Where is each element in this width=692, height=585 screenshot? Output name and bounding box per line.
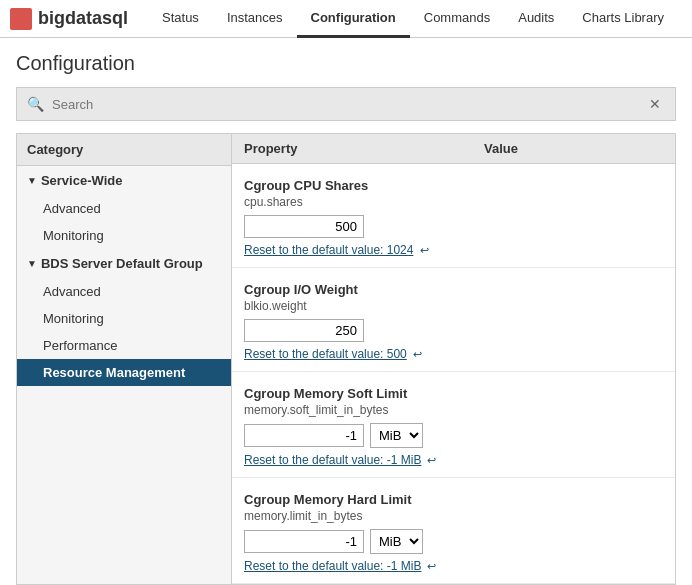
- sidebar-item-advanced-1[interactable]: Advanced: [17, 195, 231, 222]
- unit-select-2[interactable]: MiB: [370, 423, 423, 448]
- logo-icon: [10, 8, 32, 30]
- content-area: Property Value Cgroup CPU Sharescpu.shar…: [232, 134, 675, 584]
- property-rows: Cgroup CPU Sharescpu.sharesReset to the …: [232, 164, 675, 584]
- nav-items: StatusInstancesConfigurationCommandsAudi…: [148, 0, 678, 37]
- reset-link-3: Reset to the default value: -1 MiB ↩: [244, 558, 663, 573]
- sidebar-item-performance[interactable]: Performance: [17, 332, 231, 359]
- content-header: Property Value: [232, 134, 675, 164]
- reset-icon-0: ↩: [416, 244, 428, 256]
- value-input-3[interactable]: [244, 530, 364, 553]
- sidebar-item-resource-management[interactable]: Resource Management: [17, 359, 231, 386]
- page-title: Configuration: [16, 52, 676, 75]
- property-row-1: Cgroup I/O Weightblkio.weightReset to th…: [232, 268, 675, 372]
- reset-icon-2: ↩: [424, 454, 436, 466]
- reset-link-0: Reset to the default value: 1024 ↩: [244, 242, 663, 257]
- reset-anchor-2[interactable]: Reset to the default value: -1 MiB: [244, 453, 421, 467]
- logo-text: bigdatasql: [38, 8, 128, 29]
- sidebar: Category ▼ Service-Wide Advanced Monitor…: [17, 134, 232, 584]
- search-clear-button[interactable]: ✕: [645, 94, 665, 114]
- group-label: Service-Wide: [41, 173, 123, 188]
- property-name-2: Cgroup Memory Soft Limit: [244, 386, 663, 401]
- col-property-header: Property: [244, 141, 484, 156]
- reset-anchor-0[interactable]: Reset to the default value: 1024: [244, 243, 413, 257]
- property-value-area-1: [244, 319, 663, 342]
- page-content: Configuration 🔍 ✕ Category ▼ Service-Wid…: [0, 38, 692, 585]
- nav-item-audits[interactable]: Audits: [504, 1, 568, 38]
- logo-area: bigdatasql: [10, 8, 128, 30]
- value-input-0[interactable]: [244, 215, 364, 238]
- property-key-2: memory.soft_limit_in_bytes: [244, 403, 663, 417]
- property-row-3: Cgroup Memory Hard Limitmemory.limit_in_…: [232, 478, 675, 584]
- value-input-1[interactable]: [244, 319, 364, 342]
- reset-anchor-1[interactable]: Reset to the default value: 500: [244, 347, 407, 361]
- group-arrow-icon-2: ▼: [27, 258, 37, 269]
- group-arrow-icon: ▼: [27, 175, 37, 186]
- reset-link-2: Reset to the default value: -1 MiB ↩: [244, 452, 663, 467]
- sidebar-item-monitoring-1[interactable]: Monitoring: [17, 222, 231, 249]
- value-input-2[interactable]: [244, 424, 364, 447]
- property-value-area-3: MiB: [244, 529, 663, 554]
- property-row-0: Cgroup CPU Sharescpu.sharesReset to the …: [232, 164, 675, 268]
- property-name-1: Cgroup I/O Weight: [244, 282, 663, 297]
- top-navigation: bigdatasql StatusInstancesConfigurationC…: [0, 0, 692, 38]
- nav-item-instances[interactable]: Instances: [213, 1, 297, 38]
- property-key-1: blkio.weight: [244, 299, 663, 313]
- reset-icon-3: ↩: [424, 560, 436, 572]
- nav-item-charts-library[interactable]: Charts Library: [568, 1, 678, 38]
- reset-link-1: Reset to the default value: 500 ↩: [244, 346, 663, 361]
- search-icon: 🔍: [27, 96, 44, 112]
- reset-anchor-3[interactable]: Reset to the default value: -1 MiB: [244, 559, 421, 573]
- nav-item-configuration[interactable]: Configuration: [297, 1, 410, 38]
- sidebar-header: Category: [17, 134, 231, 166]
- reset-icon-1: ↩: [410, 348, 422, 360]
- property-key-3: memory.limit_in_bytes: [244, 509, 663, 523]
- sidebar-item-advanced-2[interactable]: Advanced: [17, 278, 231, 305]
- search-bar: 🔍 ✕: [16, 87, 676, 121]
- nav-item-status[interactable]: Status: [148, 1, 213, 38]
- group-label-2: BDS Server Default Group: [41, 256, 203, 271]
- nav-item-commands[interactable]: Commands: [410, 1, 504, 38]
- property-value-area-2: MiB: [244, 423, 663, 448]
- property-name-0: Cgroup CPU Shares: [244, 178, 663, 193]
- search-input[interactable]: [52, 97, 645, 112]
- sidebar-item-monitoring-2[interactable]: Monitoring: [17, 305, 231, 332]
- sidebar-group-bds[interactable]: ▼ BDS Server Default Group: [17, 249, 231, 278]
- property-key-0: cpu.shares: [244, 195, 663, 209]
- col-value-header: Value: [484, 141, 663, 156]
- property-row-2: Cgroup Memory Soft Limitmemory.soft_limi…: [232, 372, 675, 478]
- unit-select-3[interactable]: MiB: [370, 529, 423, 554]
- sidebar-group-service-wide[interactable]: ▼ Service-Wide: [17, 166, 231, 195]
- property-name-3: Cgroup Memory Hard Limit: [244, 492, 663, 507]
- property-value-area-0: [244, 215, 663, 238]
- main-layout: Category ▼ Service-Wide Advanced Monitor…: [16, 133, 676, 585]
